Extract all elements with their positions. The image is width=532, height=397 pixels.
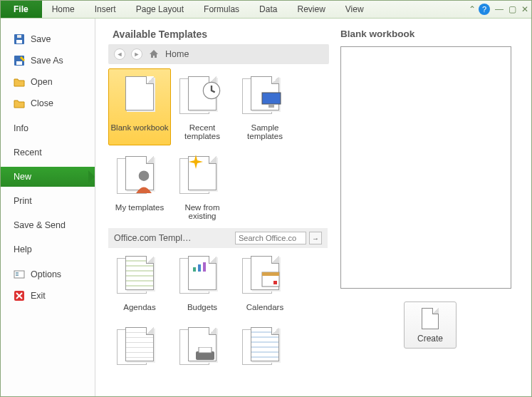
template-budgets[interactable]: Budgets	[171, 248, 234, 316]
sidebar-item-label: Exit	[31, 291, 46, 301]
breadcrumb: ◄ ► Home	[108, 44, 329, 64]
breadcrumb-home[interactable]: Home	[165, 49, 189, 59]
open-icon	[14, 76, 25, 88]
svg-point-12	[139, 170, 150, 181]
office-templates-label: Office.com Templ…	[114, 233, 192, 243]
file-tab[interactable]: File	[1, 1, 42, 18]
restore-window-icon[interactable]: ▢	[506, 1, 518, 18]
preview-thumbnail	[340, 46, 511, 289]
svg-rect-2	[17, 35, 21, 38]
create-button[interactable]: Create	[404, 301, 457, 349]
sidebar-item-recent[interactable]: Recent	[1, 143, 95, 163]
template-label: Calendars	[236, 303, 294, 311]
svg-rect-18	[262, 272, 279, 276]
save-icon	[14, 33, 25, 45]
template-label: Recent templates	[173, 123, 231, 140]
templates-heading: Available Templates	[113, 29, 329, 40]
svg-rect-21	[199, 347, 212, 353]
svg-rect-15	[198, 264, 201, 272]
sidebar-item-open[interactable]: Open	[1, 71, 95, 93]
sidebar-item-new[interactable]: New	[1, 167, 95, 187]
template-grid: Blank workbook Recent templates Sample t…	[108, 68, 329, 375]
svg-rect-19	[273, 281, 277, 284]
sidebar-item-label: Help	[14, 244, 32, 254]
template-my-templates[interactable]: My templates	[108, 148, 171, 225]
calendar-icon	[261, 270, 280, 287]
ribbon-tab-review[interactable]: Review	[287, 1, 335, 18]
template-agendas[interactable]: Agendas	[108, 248, 171, 316]
sidebar-item-label: Print	[14, 196, 32, 206]
sidebar-item-label: Options	[31, 269, 61, 279]
template-more-1[interactable]	[108, 319, 171, 375]
ribbon-tab-data[interactable]: Data	[249, 1, 287, 18]
sparkle-icon	[189, 155, 203, 169]
template-recent-templates[interactable]: Recent templates	[171, 68, 234, 145]
search-office-input[interactable]	[235, 232, 306, 244]
sidebar-item-help[interactable]: Help	[1, 239, 95, 259]
template-label: Agendas	[110, 303, 169, 311]
office-templates-header: Office.com Templ… →	[108, 228, 328, 248]
ribbon-tab-home[interactable]: Home	[42, 1, 85, 18]
svg-rect-6	[16, 272, 19, 274]
save-as-icon	[14, 55, 25, 66]
close-folder-icon	[14, 98, 25, 109]
clock-icon	[202, 81, 221, 100]
user-icon	[133, 169, 155, 193]
template-more-2[interactable]	[171, 319, 234, 375]
svg-rect-1	[16, 40, 22, 43]
sidebar-item-options[interactable]: Options	[1, 264, 95, 285]
template-sample-templates[interactable]: Sample templates	[234, 68, 296, 145]
svg-rect-10	[262, 93, 281, 104]
ribbon-tab-insert[interactable]: Insert	[85, 1, 126, 18]
minimize-ribbon-icon[interactable]: ⌃	[466, 1, 479, 18]
create-button-label: Create	[417, 334, 443, 344]
template-new-from-existing[interactable]: New from existing	[171, 148, 234, 225]
document-icon	[422, 308, 439, 329]
ribbon-tabs: File Home Insert Page Layout Formulas Da…	[1, 1, 531, 19]
sidebar-item-label: Close	[31, 98, 53, 108]
template-label: Budgets	[173, 303, 231, 311]
sidebar-item-save[interactable]: Save	[1, 29, 95, 50]
sidebar-item-label: Info	[14, 123, 28, 133]
svg-rect-4	[16, 61, 22, 65]
minimize-window-icon[interactable]: —	[493, 1, 506, 18]
template-label: Blank workbook	[110, 123, 169, 132]
back-icon[interactable]: ◄	[114, 48, 125, 60]
template-blank-workbook[interactable]: Blank workbook	[108, 68, 171, 145]
preview-title: Blank workbook	[340, 29, 520, 39]
sidebar-item-exit[interactable]: Exit	[1, 285, 95, 306]
fax-icon	[194, 347, 216, 363]
close-window-icon[interactable]: ✕	[518, 1, 531, 18]
sidebar-item-info[interactable]: Info	[1, 118, 95, 138]
sidebar-item-label: New	[14, 172, 31, 182]
search-go-button[interactable]: →	[309, 232, 322, 244]
backstage-sidebar: Save Save As Open Close Info Recent New …	[1, 19, 95, 396]
monitor-icon	[261, 92, 283, 109]
svg-rect-11	[268, 105, 274, 108]
forward-icon[interactable]: ►	[131, 48, 142, 60]
sidebar-item-save-send[interactable]: Save & Send	[1, 215, 95, 235]
template-more-3[interactable]	[234, 319, 296, 375]
exit-icon	[14, 290, 25, 301]
template-label: Sample templates	[236, 123, 294, 140]
help-icon[interactable]: ?	[479, 4, 490, 15]
sidebar-item-print[interactable]: Print	[1, 191, 95, 211]
svg-rect-7	[16, 274, 19, 276]
sidebar-item-label: Open	[31, 77, 53, 87]
template-calendars[interactable]: Calendars	[234, 248, 296, 316]
home-icon[interactable]	[148, 48, 160, 60]
template-preview-panel: Blank workbook Create	[340, 29, 524, 396]
sidebar-item-label: Recent	[14, 148, 42, 158]
ribbon-tab-formulas[interactable]: Formulas	[194, 1, 249, 18]
chart-icon	[192, 262, 209, 273]
sidebar-item-label: Save	[31, 34, 51, 44]
sidebar-item-save-as[interactable]: Save As	[1, 50, 95, 71]
sidebar-item-label: Save As	[31, 56, 63, 66]
sidebar-item-label: Save & Send	[14, 220, 66, 230]
ribbon-tab-page-layout[interactable]: Page Layout	[126, 1, 194, 18]
sidebar-item-close[interactable]: Close	[1, 93, 95, 114]
ribbon-tab-view[interactable]: View	[335, 1, 374, 18]
svg-rect-16	[203, 262, 206, 272]
template-label: New from existing	[173, 203, 231, 220]
template-label: My templates	[110, 203, 169, 212]
